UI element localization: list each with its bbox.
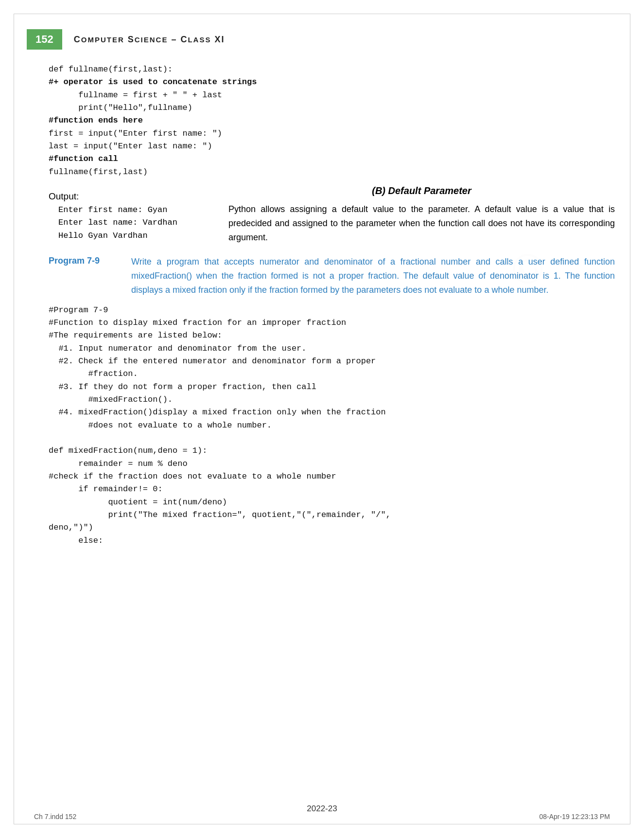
- program-description: Write a program that accepts numerator a…: [131, 255, 615, 297]
- code-line: #function call: [49, 153, 615, 165]
- code-block-2: #Program 7-9 #Function to display mixed …: [49, 304, 615, 548]
- code-line: #+ operator is used to concatenate strin…: [49, 76, 615, 89]
- code-line: first = input("Enter first name: "): [49, 127, 615, 140]
- code-line: fullname = first + " " + last: [49, 89, 615, 102]
- output-line: Enter last name: Vardhan: [58, 216, 214, 229]
- code-line: quotient = int(num/deno): [49, 496, 615, 509]
- code-line: #does not evaluate to a whole number.: [49, 419, 615, 432]
- right-column: (B) Default Parameter Python allows assi…: [214, 185, 615, 246]
- footer-date-info: 08-Apr-19 12:23:13 PM: [539, 813, 610, 820]
- code-line: [49, 432, 615, 445]
- border-bottom: [14, 824, 630, 824]
- code-line: print("Hello",fullname): [49, 102, 615, 114]
- output-line: Enter first name: Gyan: [58, 204, 214, 216]
- code-line: #function ends here: [49, 114, 615, 127]
- code-line: def fullname(first,last):: [49, 63, 615, 76]
- code-line: #1. Input numerator and denominator from…: [49, 342, 615, 355]
- header-title-text: COMPUTER SCIENCE – CLASS XI: [74, 35, 225, 44]
- code-line: #check if the fraction does not evaluate…: [49, 470, 615, 483]
- output-section: Output: Enter first name: Gyan Enter las…: [49, 191, 214, 242]
- code-line: fullname(first,last): [49, 166, 615, 178]
- code-line: remainder = num % deno: [49, 458, 615, 470]
- code-line: else:: [49, 535, 615, 547]
- code-line: #4. mixedFraction()display a mixed fract…: [49, 406, 615, 419]
- code-block-1: def fullname(first,last): #+ operator is…: [49, 63, 615, 178]
- code-line: #fraction.: [49, 368, 615, 380]
- output-label: Output:: [49, 191, 214, 202]
- border-right: [630, 14, 630, 824]
- section-title: (B) Default Parameter: [228, 185, 615, 196]
- section-text: Python allows assigning a default value …: [228, 202, 615, 244]
- code-line: #mixedFraction().: [49, 393, 615, 406]
- page-number: 152: [27, 29, 62, 50]
- code-line: #Program 7-9: [49, 304, 615, 317]
- code-line: last = input("Enter last name: "): [49, 140, 615, 153]
- left-column: Output: Enter first name: Gyan Enter las…: [49, 185, 214, 246]
- code-line: #2. Check if the entered numerator and d…: [49, 355, 615, 368]
- header-title: COMPUTER SCIENCE – CLASS XI: [74, 35, 225, 45]
- program-section: Program 7-9 Write a program that accepts…: [49, 255, 615, 297]
- program-label: Program 7-9: [49, 255, 131, 297]
- code-line: def mixedFraction(num,deno = 1):: [49, 445, 615, 457]
- main-content: def fullname(first,last): #+ operator is…: [49, 63, 615, 552]
- code-line: if remainder!= 0:: [49, 483, 615, 496]
- code-line: print("The mixed fraction=", quotient,"(…: [49, 509, 615, 521]
- code-line: #3. If they do not form a proper fractio…: [49, 381, 615, 393]
- code-line: #Function to display mixed fraction for …: [49, 317, 615, 329]
- code-line: deno,")"): [49, 521, 615, 534]
- output-line: Hello Gyan Vardhan: [58, 230, 214, 242]
- output-text: Enter first name: Gyan Enter last name: …: [58, 204, 214, 242]
- page-header: 152 COMPUTER SCIENCE – CLASS XI: [27, 27, 617, 52]
- border-left: [14, 14, 14, 824]
- two-col-section: Output: Enter first name: Gyan Enter las…: [49, 185, 615, 246]
- code-line: #The requirements are listed below:: [49, 329, 615, 342]
- footer-year: 2022-23: [0, 804, 644, 814]
- border-top: [14, 14, 630, 14]
- footer-file-info: Ch 7.indd 152: [34, 813, 76, 820]
